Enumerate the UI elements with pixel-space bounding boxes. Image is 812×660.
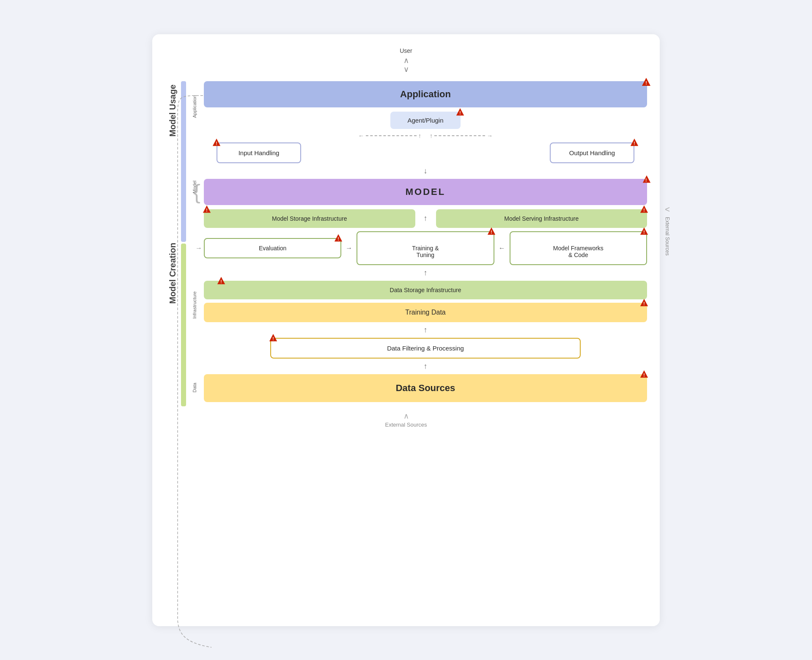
arrow-up-data-storage: ↑: [204, 268, 647, 277]
svg-text:!: !: [634, 141, 635, 145]
application-sub-label: Application: [192, 95, 197, 118]
diagram-container: User ∧ ∨ Model Usage Model Creation: [152, 34, 660, 626]
agent-plugin-box[interactable]: Agent/Plugin !: [390, 112, 460, 129]
training-box[interactable]: Training & Tuning: [357, 231, 494, 265]
model-creation-big-label-area: Model Creation: [165, 140, 180, 406]
dashed-left-arrow: ← ↑: [358, 132, 421, 139]
warn-data-storage: !: [217, 276, 226, 287]
data-storage-box[interactable]: Data Storage Infrastructure: [204, 281, 647, 299]
user-arrow-up: ∧: [165, 56, 647, 66]
dashed-arrows-row: ← ↑ ↑ →: [204, 132, 647, 139]
output-handling-box[interactable]: Output Handling: [550, 142, 634, 163]
evaluation-wrapper: → ! Evaluation: [204, 238, 341, 258]
svg-text:!: !: [491, 230, 492, 234]
eval-arrow-right: →: [195, 244, 202, 252]
main-content: Application ! Agent/Plugin !: [204, 81, 647, 406]
application-box[interactable]: Application !: [204, 81, 647, 107]
arrow-to-model: ↓: [204, 167, 647, 175]
svg-text:!: !: [206, 208, 207, 212]
data-sources-box[interactable]: Data Sources !: [204, 374, 647, 402]
warn-storage: !: [202, 205, 211, 216]
frameworks-to-train-arrow: ←: [499, 244, 505, 252]
warn-training-data: !: [639, 298, 649, 309]
svg-text:!: !: [643, 301, 645, 306]
evaluation-box[interactable]: Evaluation: [204, 238, 341, 258]
input-handling-wrapper: ! Input Handling: [217, 142, 301, 163]
infrastructure-sub-label: Infrastructure: [192, 291, 197, 319]
data-filtering-section: ! Data Filtering & Processing: [204, 338, 647, 359]
user-arrow-down: ∨: [165, 65, 647, 74]
bottom-external-sources: ∧ External Sources: [165, 411, 647, 428]
color-bars: [181, 81, 186, 406]
training-data-box[interactable]: Training Data !: [204, 303, 647, 322]
bottom-external-label: External Sources: [385, 422, 427, 428]
sub-section-labels: Application Model Infrastructure Data: [189, 81, 200, 406]
bottom-chevron: ∧: [165, 411, 647, 421]
svg-text:!: !: [216, 141, 217, 145]
eval-train-row: → ! Evaluation → ! Training & Tuning: [204, 231, 647, 265]
warn-serving: !: [639, 205, 649, 216]
warn-model: !: [642, 175, 651, 186]
model-usage-bar: [181, 81, 186, 242]
application-sub-label-area: Application: [189, 81, 200, 132]
model-storage-wrapper: ! Model Storage Infrastructure: [204, 209, 415, 228]
model-usage-big-label-area: Model Usage: [165, 81, 180, 140]
data-sub-label-area: Data: [189, 369, 200, 406]
data-storage-section: ! Data Storage Infrastructure: [204, 281, 647, 299]
model-usage-label: Model Usage: [168, 85, 178, 137]
output-handling-wrapper: ! Output Handling: [550, 142, 634, 163]
warn-output: !: [630, 138, 639, 149]
infra-up-arrow: ↑: [424, 214, 428, 223]
warn-application: !: [641, 77, 651, 90]
model-brace: {: [193, 181, 200, 203]
model-storage-box[interactable]: Model Storage Infrastructure: [204, 209, 415, 228]
model-creation-bar: [181, 244, 186, 406]
frameworks-box[interactable]: Model Frameworks & Code: [510, 231, 647, 265]
model-box[interactable]: MODEL !: [204, 179, 647, 205]
model-serving-wrapper: ! Model Serving Infrastructure: [436, 209, 647, 228]
data-filtering-box[interactable]: Data Filtering & Processing: [270, 338, 581, 359]
svg-text:!: !: [643, 208, 645, 212]
left-bars-section: Model Usage Model Creation Application: [165, 81, 200, 406]
warn-training: !: [487, 227, 496, 238]
svg-text:!: !: [643, 230, 645, 234]
svg-text:!: !: [220, 279, 222, 284]
data-filtering-wrapper: ! Data Filtering & Processing: [270, 338, 581, 359]
training-data-section: Training Data !: [204, 303, 647, 322]
warn-input: !: [212, 138, 221, 149]
svg-text:!: !: [338, 236, 339, 241]
model-infra-row: ! Model Storage Infrastructure ↑ ! Model…: [204, 209, 647, 228]
warn-frameworks: !: [639, 227, 649, 238]
model-creation-label: Model Creation: [168, 243, 178, 304]
model-serving-box[interactable]: Model Serving Infrastructure: [436, 209, 647, 228]
eval-to-train-arrow: →: [346, 244, 352, 252]
big-labels: Model Usage Model Creation: [165, 81, 180, 406]
agent-row: Agent/Plugin !: [204, 112, 647, 129]
warn-data-sources: !: [639, 370, 649, 381]
data-sub-label: Data: [192, 383, 197, 392]
right-external-label: External Sources: [664, 217, 670, 255]
svg-text:!: !: [273, 336, 274, 341]
frameworks-wrapper: ! Model Frameworks & Code: [510, 231, 647, 265]
handling-row: ! Input Handling ! Output Handling: [204, 142, 647, 163]
svg-text:!: !: [645, 80, 647, 85]
user-label: User: [400, 47, 412, 54]
warn-data-filtering: !: [269, 333, 278, 344]
right-external-sources: < External Sources: [664, 205, 670, 255]
right-chevron: <: [665, 205, 670, 214]
data-sources-section: Data Sources !: [204, 374, 647, 402]
diagram-wrapper: Model Usage Model Creation Application: [165, 81, 647, 406]
application-section: Application !: [204, 81, 647, 107]
warn-eval: !: [334, 233, 343, 244]
arrow-up-data-sources: ↑: [204, 362, 647, 371]
training-wrapper: ! Training & Tuning: [357, 231, 494, 265]
svg-text:!: !: [643, 372, 645, 377]
warn-agent: !: [455, 107, 465, 118]
svg-text:!: !: [645, 178, 648, 182]
input-handling-box[interactable]: Input Handling: [217, 142, 301, 163]
dashed-right-arrow: ↑ →: [430, 132, 493, 139]
svg-text:!: !: [459, 110, 461, 115]
infrastructure-sub-label-area: Infrastructure: [189, 242, 200, 369]
model-section: { MODEL !: [204, 179, 647, 205]
